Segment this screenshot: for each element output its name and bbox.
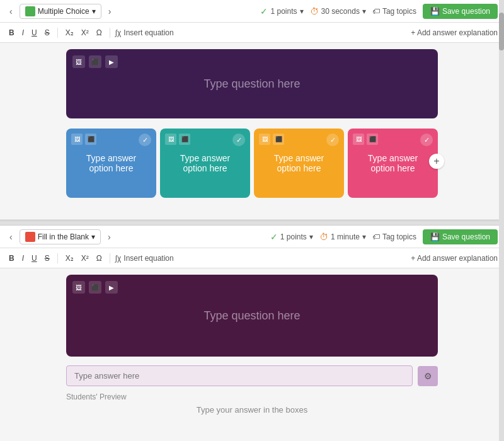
- option3-media-icon[interactable]: ⬛: [273, 134, 284, 145]
- bottom-strikethrough-button[interactable]: S: [42, 253, 52, 264]
- bottom-dropdown-icon: ▾: [91, 232, 95, 241]
- equation-icon: ∫χ: [115, 28, 122, 37]
- bottom-question-card[interactable]: 🖼 ⬛ ▶ Type question here: [66, 275, 438, 357]
- time-dropdown-icon: ▾: [362, 7, 366, 16]
- bottom-italic-button[interactable]: I: [20, 253, 26, 264]
- bottom-next-button[interactable]: ›: [105, 231, 114, 243]
- video-icon[interactable]: ▶: [105, 55, 118, 68]
- scrollbar[interactable]: [499, 0, 504, 441]
- option4-check[interactable]: ✓: [420, 134, 433, 146]
- top-section: ‹ Multiple Choice ▾ › ✓ 1 points ▾ ⏱ 30 …: [0, 0, 504, 220]
- bottom-bold-button[interactable]: B: [6, 253, 17, 264]
- bottom-prev-button[interactable]: ‹: [6, 231, 16, 243]
- format-separator-2: [110, 28, 110, 38]
- option4-image-icon[interactable]: 🖼: [353, 134, 364, 145]
- insert-equation-button[interactable]: ∫χ Insert equation: [115, 28, 174, 37]
- bottom-tag-topics-button[interactable]: 🏷 Tag topics: [372, 232, 416, 241]
- bottom-insert-equation-button[interactable]: ∫χ Insert equation: [115, 254, 174, 263]
- option3-image-icon[interactable]: 🖼: [259, 134, 270, 145]
- bottom-save-icon: 💾: [430, 232, 440, 241]
- points-selector[interactable]: ✓ 1 points ▾: [260, 6, 303, 16]
- italic-button[interactable]: I: [20, 27, 26, 38]
- option1-icons: 🖼 ⬛: [71, 134, 96, 145]
- question-card[interactable]: 🖼 ⬛ ▶ Type question here: [66, 49, 438, 118]
- option4-text[interactable]: Type answer option here: [354, 151, 432, 176]
- time-selector[interactable]: ⏱ 30 seconds ▾: [310, 6, 366, 16]
- bottom-toolbar: ‹ Fill in the Blank ▾ › ✓ 1 points ▾ ⏱ 1…: [0, 226, 504, 248]
- question-placeholder[interactable]: Type question here: [191, 65, 312, 103]
- answer-option-1[interactable]: 🖼 ⬛ ✓ Type answer option here: [66, 129, 156, 198]
- bottom-toolbar-left: ‹ Fill in the Blank ▾ ›: [6, 229, 114, 244]
- add-answer-explanation-button[interactable]: + Add answer explanation: [411, 28, 498, 37]
- bottom-underline-button[interactable]: U: [29, 253, 40, 264]
- option4-icons: 🖼 ⬛: [353, 134, 378, 145]
- bottom-tag-icon: 🏷: [372, 232, 380, 241]
- option2-icons: 🖼 ⬛: [165, 134, 190, 145]
- add-option-button[interactable]: +: [429, 154, 444, 169]
- bottom-media-icon[interactable]: ⬛: [89, 281, 101, 294]
- answer-option-2[interactable]: 🖼 ⬛ ✓ Type answer option here: [160, 129, 250, 198]
- next-question-button[interactable]: ›: [105, 5, 115, 18]
- bottom-question-area: 🖼 ⬛ ▶ Type question here: [0, 268, 504, 360]
- bottom-points-selector[interactable]: ✓ 1 points ▾: [270, 232, 313, 242]
- option2-image-icon[interactable]: 🖼: [165, 134, 176, 145]
- option1-media-icon[interactable]: ⬛: [85, 134, 96, 145]
- question-type-selector[interactable]: Multiple Choice ▾: [20, 4, 101, 19]
- bottom-format-separator-2: [110, 253, 110, 263]
- students-preview-label: Students' Preview: [66, 392, 438, 401]
- bottom-points-icon: ✓: [270, 232, 278, 242]
- answer-input-field[interactable]: [66, 365, 413, 386]
- bottom-time-label: 1 minute: [331, 232, 360, 241]
- bottom-superscript-button[interactable]: X²: [79, 253, 91, 264]
- time-icon: ⏱: [310, 6, 319, 16]
- bottom-question-type-label: Fill in the Blank: [38, 232, 89, 241]
- bottom-formatting-bar: B I U S X₂ X² Ω ∫χ Insert equation + Add…: [0, 248, 504, 268]
- omega-button[interactable]: Ω: [94, 27, 105, 38]
- option2-text[interactable]: Type answer option here: [166, 151, 244, 176]
- media-icon[interactable]: ⬛: [89, 55, 101, 68]
- option1-text[interactable]: Type answer option here: [72, 151, 150, 176]
- option2-media-icon[interactable]: ⬛: [179, 134, 190, 145]
- bottom-section: ‹ Fill in the Blank ▾ › ✓ 1 points ▾ ⏱ 1…: [0, 226, 504, 441]
- bottom-question-type-selector[interactable]: Fill in the Blank ▾: [20, 229, 101, 244]
- bottom-format-separator: [57, 253, 58, 263]
- question-type-label: Multiple Choice: [38, 7, 89, 16]
- image-icon[interactable]: 🖼: [72, 55, 85, 68]
- prev-question-button[interactable]: ‹: [6, 5, 16, 18]
- bottom-time-selector[interactable]: ⏱ 1 minute ▾: [319, 232, 366, 242]
- strikethrough-button[interactable]: S: [42, 27, 52, 38]
- bottom-save-question-button[interactable]: 💾 Save question: [423, 229, 498, 244]
- bottom-question-placeholder[interactable]: Type question here: [191, 297, 312, 335]
- question-card-icons: 🖼 ⬛ ▶: [72, 55, 118, 68]
- option1-check[interactable]: ✓: [139, 134, 151, 146]
- option3-text[interactable]: Type answer option here: [260, 151, 338, 176]
- toolbar-right: ✓ 1 points ▾ ⏱ 30 seconds ▾ 🏷 Tag topics…: [260, 4, 498, 19]
- tag-topics-button[interactable]: 🏷 Tag topics: [372, 7, 416, 16]
- dropdown-icon: ▾: [92, 7, 96, 16]
- explanation-icon: +: [411, 28, 415, 37]
- scrollbar-thumb[interactable]: [499, 13, 504, 50]
- toolbar-left: ‹ Multiple Choice ▾ ›: [6, 4, 114, 19]
- superscript-button[interactable]: X²: [79, 27, 91, 38]
- option4-media-icon[interactable]: ⬛: [367, 134, 378, 145]
- bottom-video-icon[interactable]: ▶: [105, 281, 118, 294]
- answer-option-4[interactable]: 🖼 ⬛ ✓ Type answer option here: [348, 129, 438, 198]
- underline-button[interactable]: U: [29, 27, 40, 38]
- subscript-button[interactable]: X₂: [63, 27, 76, 38]
- bold-button[interactable]: B: [6, 27, 17, 38]
- bottom-time-dropdown-icon: ▾: [362, 232, 366, 241]
- bottom-image-icon[interactable]: 🖼: [72, 281, 85, 294]
- option1-image-icon[interactable]: 🖼: [71, 134, 83, 145]
- bottom-add-answer-explanation-button[interactable]: + Add answer explanation: [411, 254, 498, 263]
- option3-check[interactable]: ✓: [326, 134, 339, 146]
- save-question-button[interactable]: 💾 Save question: [423, 4, 498, 19]
- option2-check[interactable]: ✓: [232, 134, 245, 146]
- bottom-omega-button[interactable]: Ω: [94, 253, 105, 264]
- answer-option-3[interactable]: 🖼 ⬛ ✓ Type answer option here: [254, 129, 344, 198]
- save-icon: 💾: [430, 7, 440, 16]
- bottom-toolbar-right: ✓ 1 points ▾ ⏱ 1 minute ▾ 🏷 Tag topics 💾…: [270, 229, 498, 244]
- bottom-subscript-button[interactable]: X₂: [63, 253, 76, 264]
- bottom-explanation-icon: +: [411, 254, 415, 263]
- answer-settings-button[interactable]: ⚙: [418, 366, 438, 386]
- preview-answer-text: Type your answer in the boxes: [66, 405, 438, 415]
